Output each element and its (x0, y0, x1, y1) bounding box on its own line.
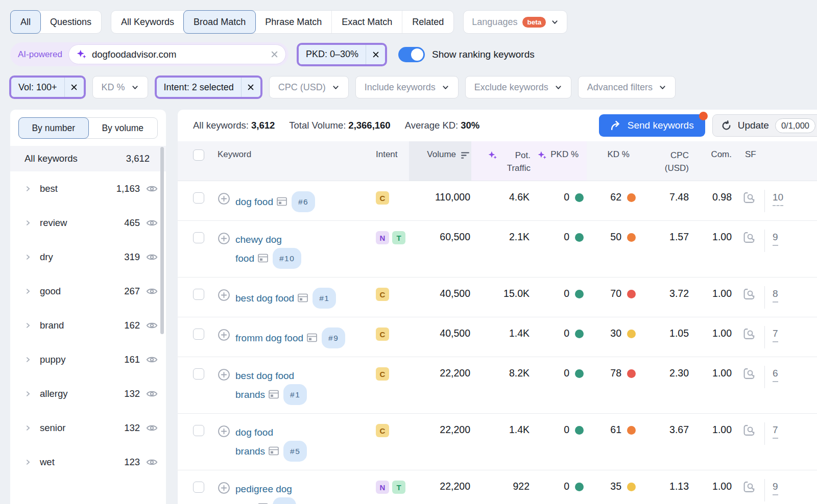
view-serp-icon[interactable] (743, 327, 757, 340)
update-button[interactable]: Update 0/1,000 (712, 114, 817, 137)
keyword-group-item[interactable]: wet 123 (10, 445, 166, 479)
sort-by-number-tab[interactable]: By number (18, 117, 89, 139)
tab-related[interactable]: Related (402, 11, 453, 33)
volume-filter-chip[interactable]: Vol: 100+ (11, 78, 84, 97)
chevron-right-icon[interactable] (25, 424, 32, 432)
keyword-group-item[interactable]: dry 319 (10, 240, 166, 274)
exclude-keywords-dropdown[interactable]: Exclude keywords (465, 76, 571, 98)
remove-volume-filter-button[interactable] (64, 78, 84, 97)
kd-filter-dropdown[interactable]: KD % (92, 76, 148, 98)
header-intent[interactable]: Intent (376, 141, 409, 160)
view-serp-icon[interactable] (743, 424, 757, 437)
serp-features-icon[interactable] (277, 197, 287, 206)
keyword-group-item[interactable]: brand 162 (10, 308, 166, 342)
header-keyword[interactable]: Keyword (218, 141, 376, 160)
clear-search-icon[interactable] (271, 51, 278, 58)
serp-features-icon[interactable] (258, 254, 268, 263)
sort-by-volume-tab[interactable]: By volume (88, 118, 158, 138)
eye-icon[interactable] (146, 356, 158, 364)
intent-filter-chip[interactable]: Intent: 2 selected (157, 78, 260, 97)
sf-count[interactable]: 8 (773, 288, 778, 303)
plus-circle-icon[interactable] (218, 232, 230, 269)
eye-icon[interactable] (146, 253, 158, 261)
intent-badge[interactable]: T (392, 231, 405, 244)
row-checkbox[interactable] (193, 368, 204, 380)
serp-features-icon[interactable] (269, 446, 279, 456)
row-checkbox[interactable] (193, 192, 204, 204)
show-ranking-keywords-toggle[interactable] (398, 47, 425, 62)
header-com[interactable]: Com. (689, 141, 732, 160)
tab-questions[interactable]: Questions (40, 11, 101, 33)
chevron-right-icon[interactable] (25, 459, 32, 466)
keyword-link-line2[interactable]: food (235, 253, 254, 264)
intent-badge[interactable]: C (376, 424, 389, 437)
keyword-link-line2[interactable]: brands (235, 446, 265, 457)
keyword-link-line2[interactable]: brands (235, 389, 265, 400)
chevron-right-icon[interactable] (25, 254, 32, 261)
serp-features-icon[interactable] (298, 293, 308, 303)
plus-circle-icon[interactable] (218, 425, 230, 462)
chevron-right-icon[interactable] (25, 356, 32, 363)
chevron-right-icon[interactable] (25, 390, 32, 397)
intent-badge[interactable]: T (392, 481, 405, 494)
keyword-group-item[interactable]: review 465 (10, 206, 166, 240)
keyword-link[interactable]: pedigree dog (235, 484, 292, 494)
include-keywords-dropdown[interactable]: Include keywords (355, 76, 459, 98)
eye-icon[interactable] (146, 458, 158, 466)
sf-count[interactable]: 7 (773, 328, 778, 342)
advanced-filters-dropdown[interactable]: Advanced filters (578, 76, 676, 98)
rank-badge[interactable]: #5 (283, 441, 307, 462)
select-all-checkbox[interactable] (193, 149, 204, 161)
tab-broad-match[interactable]: Broad Match (183, 10, 256, 34)
intent-badge[interactable]: C (376, 288, 389, 301)
rank-badge[interactable]: #6 (292, 191, 315, 212)
keyword-group-item[interactable]: puppy 161 (10, 342, 166, 376)
header-kd[interactable]: KD % (587, 141, 640, 160)
sf-count[interactable]: 10 (773, 192, 783, 206)
eye-icon[interactable] (146, 321, 158, 330)
tab-all-keywords[interactable]: All Keywords (111, 11, 184, 33)
row-checkbox[interactable] (193, 482, 204, 493)
keyword-link[interactable]: dog food (235, 427, 273, 438)
chevron-right-icon[interactable] (25, 185, 32, 192)
eye-icon[interactable] (146, 219, 158, 227)
sidebar-scrollbar[interactable] (160, 147, 164, 334)
view-serp-icon[interactable] (743, 288, 757, 300)
rank-badge[interactable]: #1 (283, 384, 307, 405)
remove-intent-filter-button[interactable] (241, 78, 260, 97)
eye-icon[interactable] (146, 287, 158, 295)
keyword-group-item[interactable]: good 267 (10, 274, 166, 308)
row-checkbox[interactable] (193, 425, 204, 436)
languages-dropdown[interactable]: Languages beta (463, 10, 567, 34)
keyword-link[interactable]: chewy dog (235, 234, 282, 245)
cpc-filter-dropdown[interactable]: CPC (USD) (269, 76, 349, 98)
chevron-right-icon[interactable] (25, 219, 32, 226)
search-input[interactable] (92, 49, 266, 60)
keyword-link[interactable]: dog food (235, 196, 273, 207)
sf-count[interactable]: 7 (773, 424, 778, 439)
serp-features-icon[interactable] (269, 390, 279, 399)
view-serp-icon[interactable] (743, 231, 757, 244)
row-checkbox[interactable] (193, 232, 204, 243)
remove-pkd-filter-button[interactable] (366, 45, 385, 64)
keyword-group-item[interactable]: best 1,163 (10, 171, 166, 206)
header-pkd[interactable]: PKD % (534, 141, 587, 181)
header-cpc[interactable]: CPC (USD) (640, 141, 689, 174)
pkd-filter-chip[interactable]: PKD: 0–30% (299, 45, 385, 64)
plus-circle-icon[interactable] (218, 368, 230, 405)
serp-features-icon[interactable] (307, 333, 317, 342)
all-keywords-group-row[interactable]: All keywords 3,612 (10, 146, 166, 171)
send-keywords-button[interactable]: Send keywords (599, 114, 705, 137)
rank-badge[interactable]: #7 (273, 497, 296, 504)
header-volume[interactable]: Volume (409, 141, 471, 181)
row-checkbox[interactable] (193, 289, 204, 300)
sf-count[interactable]: 9 (773, 232, 778, 246)
keyword-link[interactable]: fromm dog food (235, 333, 303, 343)
plus-circle-icon[interactable] (218, 482, 230, 504)
view-serp-icon[interactable] (743, 191, 757, 204)
view-serp-icon[interactable] (743, 481, 757, 493)
rank-badge[interactable]: #9 (322, 327, 345, 348)
keyword-link[interactable]: best dog food (235, 370, 294, 381)
intent-badge[interactable]: C (376, 327, 389, 341)
intent-badge[interactable]: N (376, 481, 389, 494)
